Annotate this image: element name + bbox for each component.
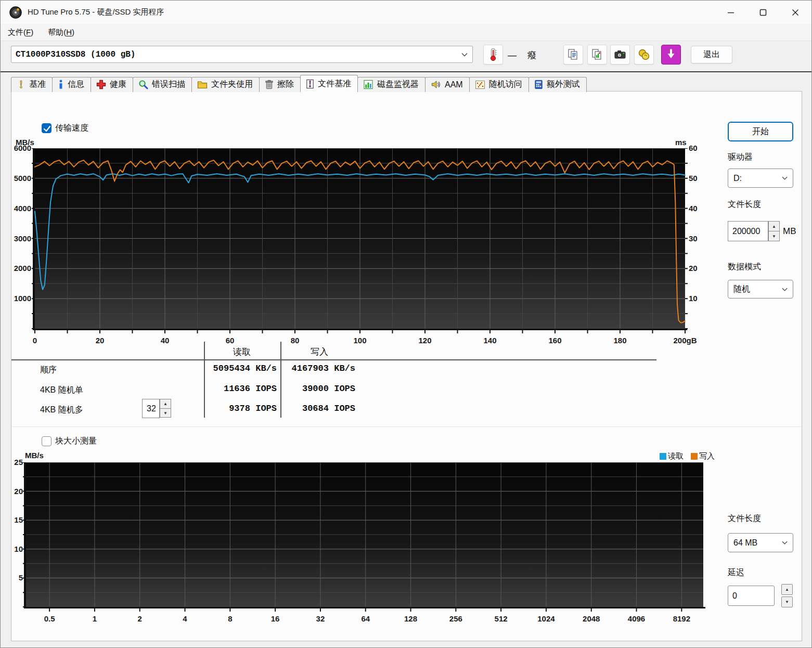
close-icon — [792, 9, 799, 16]
file-length2-select[interactable]: 64 MB — [728, 533, 793, 552]
file-length-up-button[interactable]: ▲ — [768, 221, 780, 231]
tick-label: 0.5 — [34, 614, 65, 623]
app-window: HD Tune Pro 5.75 - 硬盘/SSD 实用程序 文件(F) 帮助(… — [0, 0, 812, 648]
tab-folder-usage[interactable]: 文件夹使用 — [191, 77, 260, 92]
scatter-icon — [475, 80, 485, 89]
tab-benchmark[interactable]: 基准 — [11, 77, 53, 92]
tab-file-benchmark[interactable]: 文件基准 — [300, 75, 358, 92]
exit-button[interactable]: 退出 — [691, 46, 732, 63]
screenshot-button[interactable] — [610, 45, 630, 64]
title-bar: HD Tune Pro 5.75 - 硬盘/SSD 实用程序 — [1, 1, 811, 24]
file-benchmark-icon — [306, 79, 314, 89]
delay-input[interactable]: 0 — [728, 586, 775, 606]
queue-depth-value: 32 — [147, 404, 156, 413]
delay-down-button[interactable]: ▼ — [781, 597, 793, 607]
block-size-checkbox[interactable]: 块大小测量 — [42, 436, 97, 447]
tab-disk-monitor[interactable]: 磁盘监视器 — [357, 77, 426, 92]
temperature-readout: — 癈 — [508, 49, 540, 61]
row-4k-single-write: 39000 IOPS — [262, 384, 355, 394]
section-divider — [11, 426, 802, 427]
tick-label: 200gB — [669, 336, 701, 345]
tab-error-scan[interactable]: 错误扫描 — [133, 77, 192, 92]
drive-combobox-value: CT1000P310SSD8 (1000 gB) — [16, 50, 135, 59]
delay-value: 0 — [732, 591, 737, 601]
tick-label: 20 — [9, 487, 23, 496]
menu-help[interactable]: 帮助(H) — [41, 24, 82, 41]
health-cross-icon — [96, 80, 106, 89]
folder-icon — [197, 80, 208, 89]
legend-write: 写入 — [691, 451, 715, 461]
legend-write-swatch — [691, 453, 698, 460]
copy-image-button[interactable] — [587, 45, 607, 64]
delay-label: 延迟 — [728, 567, 744, 578]
calculator-icon — [534, 80, 543, 89]
delay-up-button[interactable]: ▲ — [781, 584, 793, 595]
copy-text-icon — [566, 48, 580, 61]
trash-icon — [265, 80, 274, 89]
tick-label: 128 — [395, 614, 427, 623]
camera-icon — [613, 48, 627, 61]
maximize-icon — [759, 9, 767, 16]
tick-label: 2000 — [11, 264, 31, 273]
tick-label: 32 — [305, 614, 336, 623]
tick-label: 10 — [9, 545, 23, 553]
file-benchmark-page: 传输速度 MB/s ms 读取 写入 顺序 5095434 KB/s 41679… — [11, 91, 802, 641]
tab-health[interactable]: 健康 — [91, 77, 133, 92]
tab-random-access[interactable]: 随机访问 — [469, 77, 529, 92]
temperature-button[interactable] — [483, 45, 503, 64]
tick-label: 4000 — [11, 204, 31, 213]
results-header-rule — [11, 359, 656, 360]
results-read-header: 读取 — [211, 346, 273, 358]
tick-label: 2048 — [576, 614, 607, 623]
tick-label: 256 — [440, 614, 471, 623]
tick-label: 20 — [84, 336, 115, 345]
download-button[interactable] — [661, 45, 681, 64]
blocksize-y-axis-unit: MB/s — [25, 451, 44, 460]
minimize-button[interactable] — [715, 1, 747, 24]
tick-label: 8192 — [666, 614, 697, 623]
tick-label: 5000 — [11, 174, 31, 183]
tick-label: 3000 — [11, 234, 31, 243]
file-length-stepper[interactable]: 200000 ▲ ▼ — [728, 221, 780, 241]
toolbar: CT1000P310SSD8 (1000 gB) — 癈 — [1, 41, 811, 72]
transfer-speed-checkbox[interactable]: 传输速度 — [42, 123, 88, 134]
tick-label: 80 — [279, 336, 311, 345]
data-mode-select[interactable]: 随机 — [728, 280, 793, 299]
tick-label: 120 — [409, 336, 441, 345]
row-sequential-write: 4167903 KB/s — [262, 364, 355, 373]
delay-stepper: ▲ ▼ — [781, 584, 793, 607]
drive-combobox[interactable]: CT1000P310SSD8 (1000 gB) — [11, 46, 473, 63]
row-4k-multi-label: 4KB 随机多 — [40, 405, 83, 416]
row-4k-multi-write: 30684 IOPS — [262, 404, 355, 413]
legend-read-swatch — [660, 453, 666, 460]
tab-extra-tests[interactable]: 额外测试 — [529, 77, 587, 92]
results-button[interactable] — [634, 45, 654, 64]
tick-label: 30 — [689, 234, 710, 243]
queue-depth-stepper[interactable]: 32 ▲ ▼ — [142, 399, 171, 418]
tick-label: 15 — [9, 515, 23, 524]
tab-info[interactable]: 信息 — [52, 77, 91, 92]
file-length-down-button[interactable]: ▼ — [768, 231, 780, 241]
copy-text-button[interactable] — [563, 45, 583, 64]
queue-depth-down-button[interactable]: ▼ — [160, 408, 171, 418]
tick-label: 6000 — [11, 144, 31, 152]
checkbox-unchecked-icon — [42, 436, 51, 446]
tick-label: 2 — [124, 614, 156, 623]
start-button[interactable]: 开始 — [728, 122, 793, 141]
file-length-unit: MB — [783, 226, 796, 237]
checkbox-checked-icon — [42, 123, 51, 133]
tab-aam[interactable]: AAM — [425, 77, 470, 92]
row-4k-single-label: 4KB 随机单 — [40, 385, 83, 396]
close-button[interactable] — [779, 1, 811, 24]
window-title: HD Tune Pro 5.75 - 硬盘/SSD 实用程序 — [28, 7, 164, 17]
queue-depth-up-button[interactable]: ▲ — [160, 399, 171, 409]
tab-erase[interactable]: 擦除 — [259, 77, 301, 92]
drive-select[interactable]: D: — [728, 169, 793, 188]
menu-file[interactable]: 文件(F) — [1, 24, 41, 41]
menu-bar: 文件(F) 帮助(H) — [1, 24, 811, 41]
tick-label: 1 — [79, 614, 110, 623]
tick-label: 100 — [344, 336, 376, 345]
row-sequential-label: 顺序 — [40, 365, 57, 375]
tick-label: 16 — [260, 614, 291, 623]
maximize-button[interactable] — [747, 1, 779, 24]
